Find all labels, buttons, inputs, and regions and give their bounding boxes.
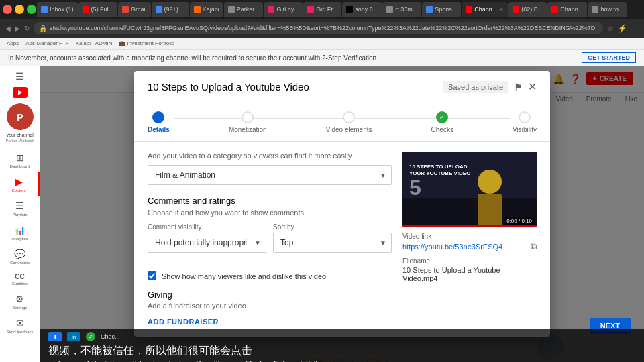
sidebar-item-analytics[interactable]: 📊 Analytics <box>0 221 40 245</box>
investment-portfolio-bookmark[interactable]: 💼 Investment Portfolio <box>119 40 174 46</box>
tab-girl-fr[interactable]: Girl Fr... <box>303 2 341 17</box>
step-video-elements[interactable]: Video elements <box>326 111 372 133</box>
step-visibility[interactable]: Visibility <box>513 111 537 133</box>
tab-spons[interactable]: Spons... <box>422 2 461 17</box>
step-details[interactable]: Details <box>148 111 170 133</box>
window-controls[interactable] <box>3 5 36 14</box>
close-window-button[interactable] <box>3 5 12 14</box>
comment-visibility-select[interactable]: Hold potentially inappropria... Allow al… <box>148 233 266 253</box>
comments-section-subtitle: Choose if and how you want to show comme… <box>148 208 392 217</box>
maximize-window-button[interactable] <box>27 5 36 14</box>
comment-controls-row: Comment visibility Hold potentially inap… <box>148 223 392 263</box>
tab-channel-active[interactable]: Chann... ✕ <box>462 2 508 17</box>
back-button[interactable]: ◀ <box>5 25 11 32</box>
step-checks[interactable]: ✓ Checks <box>431 111 453 133</box>
sidebar-item-label-playlists: Playlists <box>12 213 27 217</box>
tab-girl-by[interactable]: Girl by... <box>264 2 303 17</box>
sidebar-item-label-subtitles: Subtitles <box>12 282 28 286</box>
add-fundraiser-link[interactable]: ADD FUNDRAISER <box>148 318 219 326</box>
video-thumbnail: 10 STEPS TO UPLOAD YOUR YOUTUBE VIDEO 5 … <box>402 152 537 227</box>
tab-99[interactable]: (99+) ... <box>152 2 189 17</box>
modal-body: Add your video to a category so viewers … <box>134 142 550 337</box>
linkedin-icon: in <box>67 332 80 341</box>
modal-left-column: Add your video to a category so viewers … <box>148 152 392 327</box>
forward-button[interactable]: ▶ <box>15 25 20 32</box>
comment-visibility-label: Comment visibility <box>148 223 266 231</box>
minimize-window-button[interactable] <box>15 5 24 14</box>
extension-icon[interactable]: ⚡ <box>618 24 627 33</box>
sort-by-group: Sort by Top Newest ▼ <box>273 223 392 263</box>
sidebar-item-label-content: Content <box>11 188 25 192</box>
ads-manager-bookmark[interactable]: Ads Manager FTF <box>25 40 68 46</box>
tab-how-to[interactable]: how to... <box>588 2 627 17</box>
refresh-button[interactable]: ↻ <box>24 25 30 32</box>
giving-subtitle: Add a fundraiser to your video <box>148 302 392 310</box>
channel-avatar[interactable]: P <box>7 103 34 130</box>
video-url-link[interactable]: https://youtu.be/53ne3SrESQ4 <box>402 243 528 251</box>
modal-header-actions: Saved as private ⚑ ✕ <box>443 80 537 93</box>
tab-inbox[interactable]: Inbox (1) <box>37 2 78 17</box>
sidebar-item-comments[interactable]: 💬 Comments <box>0 245 40 269</box>
svg-text:10 STEPS TO UPLOAD: 10 STEPS TO UPLOAD <box>409 164 468 170</box>
sidebar-item-settings[interactable]: ⚙ Settings <box>0 290 40 314</box>
sidebar-item-content[interactable]: ▶ Content <box>0 172 40 196</box>
flag-icon[interactable]: ⚑ <box>514 82 523 93</box>
sidebar-item-dashboard[interactable]: ⊞ Dashboard <box>0 148 40 172</box>
copy-link-icon[interactable]: ⧉ <box>531 241 537 252</box>
category-select[interactable]: Film & Animation Education Entertainment <box>148 165 392 185</box>
subtitle-chinese: 视频，不能被信任，所以他们很可能会点击 <box>48 344 636 358</box>
sidebar-item-feedback[interactable]: ✉ Send feedback <box>0 314 40 338</box>
sort-by-select-wrapper: Top Newest ▼ <box>273 233 392 253</box>
step-details-label: Details <box>148 126 170 133</box>
tab-sony[interactable]: sony 6... <box>342 2 382 17</box>
progress-steps: Details Monetization Video elements ✓ <box>134 103 550 142</box>
tab-ful[interactable]: (5) Ful... <box>78 2 118 17</box>
step-checks-circle: ✓ <box>436 111 448 123</box>
tab-gmail[interactable]: Gmail <box>118 2 151 17</box>
modal-overlay: 10 Steps to Upload a Youtube Video Saved… <box>40 66 644 362</box>
subtitle-english: video and that it can't be trusted so th… <box>48 359 636 362</box>
tab-62b[interactable]: (62) B... <box>508 2 547 17</box>
tab-channel-2[interactable]: Chann... <box>547 2 587 17</box>
get-started-button[interactable]: GET STARTED <box>582 52 636 63</box>
sidebar-hamburger-icon[interactable]: ☰ <box>15 71 24 82</box>
address-bar[interactable]: 🔒 studio.youtube.com/channel/UCwIrJ3gnel… <box>34 22 603 34</box>
modal-close-icon[interactable]: ✕ <box>528 80 537 93</box>
apps-label[interactable]: Apps <box>7 40 19 46</box>
bookmarks-bar: Apps Ads Manager FTF Kajabi - ADMIN 💼 In… <box>0 38 644 50</box>
settings-icon: ⚙ <box>15 294 24 304</box>
tab-kajabi[interactable]: Kajabi <box>190 2 223 17</box>
lock-icon: 🔒 <box>39 25 47 32</box>
bookmark-icon[interactable]: ☆ <box>607 24 614 33</box>
filename-label: Filename <box>402 257 537 265</box>
address-bar-row: ◀ ▶ ↻ 🔒 studio.youtube.com/channel/UCwIr… <box>0 19 644 38</box>
url-text: studio.youtube.com/channel/UCwIrJ3gnel3P… <box>50 25 595 32</box>
like-dislike-checkbox[interactable] <box>148 272 156 280</box>
tab-rf[interactable]: rf 35m... <box>382 2 421 17</box>
subtitle-icons-row: ⬇ in ✓ Chec... <box>48 332 636 341</box>
step-video-elements-label: Video elements <box>326 126 372 133</box>
sidebar-item-label-dashboard: Dashboard <box>10 164 30 168</box>
svg-point-2 <box>156 115 161 120</box>
sidebar-item-label-analytics: Analytics <box>11 237 28 241</box>
tab-bar: Inbox (1) (5) Ful... Gmail (99+) ... Kaj… <box>0 0 644 19</box>
kajabi-bookmark[interactable]: Kajabi - ADMIN <box>76 40 113 46</box>
time-current: 0:00 <box>506 218 517 224</box>
sidebar-item-playlists[interactable]: ☰ Playlists <box>0 196 40 221</box>
like-dislike-checkbox-row: Show how many viewers like and dislike t… <box>148 272 392 280</box>
step-visibility-circle <box>519 111 531 123</box>
comment-visibility-select-wrapper: Hold potentially inappropria... Allow al… <box>148 233 266 253</box>
step-monetization[interactable]: Monetization <box>229 111 267 133</box>
comments-section-title: Comments and ratings <box>148 196 392 206</box>
video-link-row: https://youtu.be/53ne3SrESQ4 ⧉ <box>402 241 537 252</box>
menu-icon[interactable]: ⋮ <box>631 24 639 33</box>
subtitle-preview-text: Chec... <box>101 333 120 340</box>
channel-handle: Parker Walbeck <box>5 139 34 143</box>
tab-parker[interactable]: Parker... <box>224 2 264 17</box>
sort-by-label: Sort by <box>273 223 392 231</box>
play-triangle-icon <box>18 90 22 95</box>
sort-by-select[interactable]: Top Newest <box>273 233 392 253</box>
sidebar-item-label-comments: Comments <box>10 261 30 265</box>
check-icon: ✓ <box>86 332 95 341</box>
sidebar-item-subtitles[interactable]: CC Subtitles <box>0 269 40 290</box>
